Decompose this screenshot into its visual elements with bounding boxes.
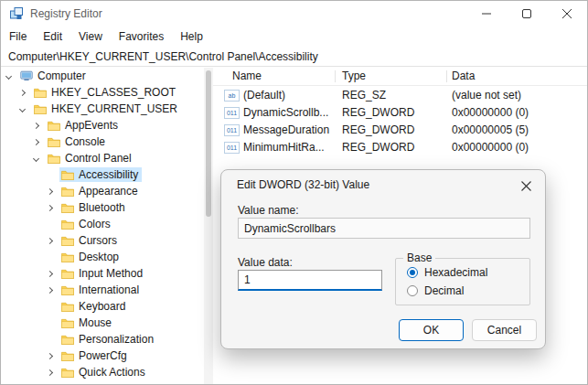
close-button[interactable] [547, 1, 587, 27]
tree-node[interactable]: HKEY_CURRENT_USER [32, 102, 181, 116]
tree-item-quick-actions[interactable]: Quick Actions [1, 364, 204, 380]
registry-editor-window: Registry Editor File Edit View Favorites… [0, 0, 588, 385]
tree-item-label: International [79, 283, 139, 296]
tree-item-keyboard[interactable]: Keyboard [1, 298, 204, 315]
tree-item-personalization[interactable]: Personalization [1, 331, 204, 348]
value-data: 0x00000000 (0) [452, 139, 529, 156]
tree-item-computer[interactable]: Computer [1, 68, 204, 84]
menu-file[interactable]: File [1, 27, 35, 47]
tree-item-sound[interactable]: Sound [1, 380, 204, 384]
minimize-button[interactable] [466, 1, 507, 27]
tree-item-control-panel[interactable]: Control Panel [1, 150, 204, 166]
chevron-spacer [48, 321, 52, 326]
tree-node[interactable]: Quick Actions [59, 365, 149, 380]
column-header-type[interactable]: Type [342, 68, 366, 85]
tree-item-hkey-classes-root[interactable]: HKEY_CLASSES_ROOT [1, 84, 204, 101]
tree-node[interactable]: Keyboard [59, 299, 129, 314]
menu-edit[interactable]: Edit [35, 27, 70, 47]
tree-node[interactable]: Appearance [59, 184, 142, 198]
value-data-input[interactable] [238, 270, 382, 291]
tree-node[interactable]: Desktop [59, 250, 123, 264]
dialog-close-button[interactable] [519, 178, 533, 193]
value-name-label: Value name: [238, 204, 299, 217]
tree-node[interactable]: Sound [59, 381, 114, 384]
chevron-collapsed-icon[interactable] [33, 122, 39, 128]
tree-node[interactable]: AppEvents [46, 118, 122, 133]
chevron-collapsed-icon[interactable] [47, 352, 53, 358]
tree-item-label: Colors [79, 218, 111, 230]
chevron-spacer [48, 305, 52, 309]
value-row-dynamicscrollb-[interactable]: 011DynamicScrollb...REG_DWORD0x00000000 … [213, 104, 587, 122]
value-row-messageduration[interactable]: 011MessageDurationREG_DWORD0x00000005 (5… [213, 122, 587, 139]
tree-item-powercfg[interactable]: PowerCfg [1, 348, 204, 364]
value-type: REG_DWORD [342, 139, 414, 156]
column-divider[interactable] [335, 70, 336, 82]
tree-node[interactable]: Computer [18, 69, 90, 83]
tree-item-cursors[interactable]: Cursors [1, 232, 204, 249]
radio-button-unchecked-icon[interactable] [407, 285, 418, 296]
tree-node[interactable]: PowerCfg [59, 348, 131, 363]
tree-node[interactable]: International [59, 283, 143, 297]
chevron-expanded-icon[interactable] [19, 105, 26, 112]
radio-hexadecimal[interactable]: Hexadecimal [407, 266, 487, 279]
tree-item-label: Accessibility [79, 168, 138, 181]
value-name-field[interactable] [238, 218, 530, 239]
column-divider[interactable] [446, 70, 447, 82]
scrollbar-thumb[interactable] [206, 70, 211, 217]
tree-scrollbar[interactable] [204, 68, 213, 384]
column-header-data[interactable]: Data [452, 68, 475, 85]
chevron-collapsed-icon[interactable] [47, 187, 53, 194]
radio-button-checked-icon[interactable] [407, 267, 418, 278]
chevron-collapsed-icon[interactable] [47, 286, 53, 293]
tree-item-mouse[interactable]: Mouse [1, 315, 204, 331]
tree-item-international[interactable]: International [1, 282, 204, 298]
chevron-collapsed-icon[interactable] [19, 89, 26, 95]
tree-node[interactable]: Accessibility [59, 167, 142, 182]
chevron-collapsed-icon[interactable] [47, 270, 53, 276]
tree-node[interactable]: Personalization [59, 332, 157, 347]
tree-item-label: Keyboard [79, 300, 125, 313]
tree-node[interactable]: Input Method [59, 266, 146, 281]
tree-node[interactable]: HKEY_CLASSES_ROOT [32, 85, 179, 100]
chevron-collapsed-icon[interactable] [47, 369, 53, 375]
tree-node[interactable]: Colors [59, 217, 114, 231]
menu-favorites[interactable]: Favorites [111, 27, 172, 47]
tree-item-label: Desktop [79, 251, 119, 263]
chevron-collapsed-icon[interactable] [33, 138, 39, 144]
chevron-expanded-icon[interactable] [5, 72, 12, 79]
chevron-collapsed-icon[interactable] [47, 204, 53, 210]
tree-item-label: AppEvents [65, 119, 118, 132]
maximize-button[interactable] [507, 1, 547, 27]
tree-node[interactable]: Control Panel [46, 151, 135, 166]
chevron-spacer [48, 255, 52, 260]
base-groupbox: Base Hexadecimal Decimal [395, 258, 530, 305]
value-row--default-[interactable]: ab(Default)REG_SZ(value not set) [213, 87, 587, 104]
tree-item-desktop[interactable]: Desktop [1, 249, 204, 265]
tree-item-input-method[interactable]: Input Method [1, 265, 204, 282]
tree-item-appevents[interactable]: AppEvents [1, 117, 204, 134]
value-data: 0x00000005 (5) [452, 122, 529, 139]
column-header-name[interactable]: Name [232, 68, 262, 85]
tree-node[interactable]: Console [46, 134, 109, 149]
menu-help[interactable]: Help [172, 27, 211, 47]
tree-item-console[interactable]: Console [1, 134, 204, 150]
cancel-button[interactable]: Cancel [472, 319, 537, 341]
tree-item-bluetooth[interactable]: Bluetooth [1, 199, 204, 216]
chevron-spacer [48, 222, 52, 227]
radio-decimal[interactable]: Decimal [407, 284, 464, 297]
tree-item-colors[interactable]: Colors [1, 216, 204, 232]
ok-button[interactable]: OK [399, 319, 464, 341]
address-input[interactable] [1, 47, 587, 66]
tree-item-accessibility[interactable]: Accessibility [1, 166, 204, 183]
tree-item-appearance[interactable]: Appearance [1, 183, 204, 199]
chevron-expanded-icon[interactable] [33, 155, 39, 161]
tree-item-hkey-current-user[interactable]: HKEY_CURRENT_USER [1, 101, 204, 117]
folder-icon [61, 368, 74, 378]
value-row-minimumhitra-[interactable]: 011MinimumHitRa...REG_DWORD0x00000000 (0… [213, 139, 587, 156]
tree-node[interactable]: Cursors [59, 233, 121, 248]
tree-node[interactable]: Mouse [59, 315, 115, 330]
chevron-collapsed-icon[interactable] [47, 237, 53, 243]
menu-view[interactable]: View [70, 27, 111, 47]
tree-node[interactable]: Bluetooth [59, 200, 129, 215]
tree-item-label: Console [65, 135, 105, 148]
